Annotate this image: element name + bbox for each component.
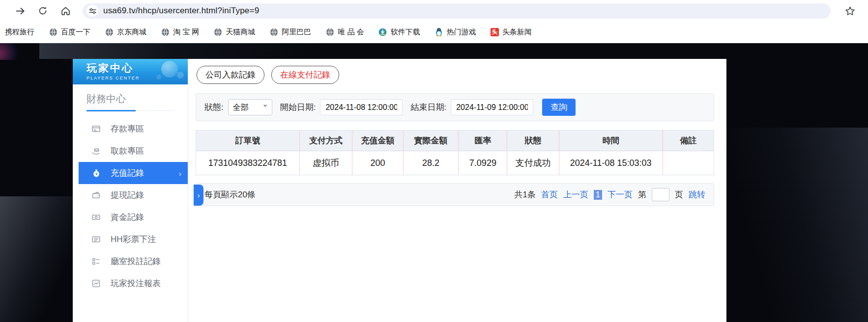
forward-icon[interactable] — [14, 4, 27, 17]
penguin-icon — [434, 27, 443, 36]
globe-icon — [49, 27, 58, 36]
cell-note — [663, 151, 714, 175]
sidebar-item-label: 廳室投註記錄 — [111, 256, 161, 267]
sidebar-expand-handle[interactable]: › — [194, 185, 203, 206]
address-bar[interactable]: usa69.tv/hhcp/usercenter.html?iniType=9 — [83, 3, 831, 19]
bookmark-star-icon[interactable] — [843, 4, 856, 17]
jump-button[interactable]: 跳转 — [689, 189, 705, 200]
status-label: 狀態: — [204, 102, 224, 113]
chart-report-icon — [91, 279, 101, 288]
cell-pay-method: 虚拟币 — [299, 151, 352, 175]
bookmark-jd[interactable]: 京东商城 — [105, 27, 146, 37]
sidebar-item-hh-lottery-bets[interactable]: HH彩票下注 — [73, 228, 188, 250]
browser-toolbar: usa69.tv/hhcp/usercenter.html?iniType=9 — [0, 0, 868, 22]
bookmark-vip[interactable]: 唯 品 会 — [325, 27, 364, 37]
site-content-panel: 玩家中心 PLAYERS CENTER 財務中心 存款專區 取款專區 ¥ 充值記… — [73, 59, 726, 322]
bookmark-label: 软件下载 — [391, 27, 420, 37]
globe-icon — [213, 27, 222, 36]
globe-icon — [269, 27, 278, 36]
next-page-link[interactable]: 下一页 — [608, 189, 633, 200]
ticket-list-icon — [91, 235, 101, 244]
header-actual-amount: 實際金額 — [403, 131, 459, 151]
sidebar-item-label: 玩家投注報表 — [111, 278, 161, 289]
jump-page-input[interactable] — [652, 188, 669, 201]
bookmarks-bar: 携程旅行 百度一下 京东商城 淘 宝 网 天猫商城 阿里巴巴 唯 品 会 软件 — [0, 22, 868, 42]
sidebar: 玩家中心 PLAYERS CENTER 財務中心 存款專區 取款專區 ¥ 充值記… — [73, 59, 188, 322]
toutiao-icon: 头 — [491, 28, 499, 36]
sidebar-item-label: 資金記錄 — [111, 212, 144, 223]
bookmark-toutiao[interactable]: 头 头条新闻 — [491, 27, 532, 37]
globe-icon — [325, 27, 334, 36]
bookmark-label: 热门游戏 — [447, 27, 476, 37]
money-bag-icon: ¥ — [91, 168, 101, 178]
start-date-label: 開始日期: — [280, 102, 316, 113]
bookmark-label: 天猫商城 — [226, 27, 255, 37]
bookmark-label: 淘 宝 网 — [173, 27, 199, 37]
bookmark-tmall[interactable]: 天猫商城 — [213, 27, 255, 37]
search-button[interactable]: 查詢 — [542, 99, 576, 116]
status-select[interactable]: 全部 — [228, 99, 272, 115]
sidebar-item-label: 取款專區 — [111, 145, 144, 157]
header-time: 時間 — [559, 131, 663, 151]
bookmark-xiecheng[interactable]: 携程旅行 — [5, 27, 34, 37]
record-tabs: 公司入款記錄 在線支付記錄 — [197, 66, 714, 84]
filter-bar: 狀態: 全部 開始日期: 結束日期: 查詢 — [196, 93, 714, 121]
pagination-controls: 共1条 首页 上一页 1 下一页 第 页 跳转 — [515, 188, 705, 201]
current-page-indicator: 1 — [594, 190, 602, 200]
first-page-link[interactable]: 首页 — [541, 189, 558, 200]
status-select-wrap: 全部 — [228, 99, 272, 115]
software-download-icon — [378, 27, 387, 36]
header-status: 狀態 — [507, 131, 559, 151]
home-icon[interactable] — [59, 4, 72, 17]
sidebar-item-withdraw-zone[interactable]: 取款專區 — [73, 140, 188, 162]
header-note: 備註 — [663, 131, 714, 151]
bookmark-taobao[interactable]: 淘 宝 网 — [161, 27, 199, 37]
bookmark-alibaba[interactable]: 阿里巴巴 — [269, 27, 311, 37]
tab-online-payment-records[interactable]: 在線支付記錄 — [271, 66, 339, 84]
sidebar-item-recharge-records[interactable]: ¥ 充值記錄 › — [79, 162, 188, 184]
jump-suffix-label: 页 — [675, 189, 683, 200]
table-row: 1731049383224781 虚拟币 200 28.2 7.0929 支付成… — [196, 151, 714, 175]
url-text[interactable]: usa69.tv/hhcp/usercenter.html?iniType=9 — [103, 6, 259, 16]
reload-icon[interactable] — [36, 4, 49, 17]
finance-center-heading: 財務中心 — [87, 92, 174, 111]
bookmark-label: 阿里巴巴 — [282, 27, 311, 37]
cell-status: 支付成功 — [507, 151, 559, 175]
sidebar-item-label: 充值記錄 — [111, 167, 144, 179]
bookmark-baidu[interactable]: 百度一下 — [49, 27, 90, 37]
browser-chrome: usa69.tv/hhcp/usercenter.html?iniType=9 … — [0, 0, 868, 43]
pagination-bar: 每頁顯示20條 共1条 首页 上一页 1 下一页 第 页 跳转 — [196, 183, 714, 206]
jump-prefix-label: 第 — [638, 189, 646, 200]
header-pay-method: 支付方式 — [299, 131, 352, 151]
sidebar-item-hall-bet-records[interactable]: 廳室投註記錄 — [73, 250, 188, 272]
end-date-input[interactable] — [451, 99, 533, 115]
bookmark-label: 头条新闻 — [502, 27, 532, 37]
site-settings-icon[interactable] — [87, 5, 98, 17]
bookmark-software[interactable]: 软件下载 — [378, 27, 420, 37]
backdrop-streak-right — [723, 128, 868, 322]
header-recharge-amount: 充值金額 — [352, 131, 403, 151]
records-table: 訂單號 支付方式 充值金額 實際金額 匯率 狀態 時間 備註 173104938… — [196, 130, 714, 175]
tab-company-deposit-records[interactable]: 公司入款記錄 — [197, 66, 264, 84]
globe-icon — [161, 27, 170, 36]
sidebar-item-label: 存款專區 — [111, 123, 144, 134]
sidebar-item-funds-records[interactable]: 資金記錄 — [73, 206, 188, 228]
sidebar-item-deposit-zone[interactable]: 存款專區 — [73, 118, 188, 140]
hand-coin-icon — [91, 146, 101, 156]
prev-page-link[interactable]: 上一页 — [563, 189, 588, 200]
deposit-icon — [91, 124, 101, 134]
chevron-right-icon: › — [179, 169, 181, 177]
sidebar-menu: 存款專區 取款專區 ¥ 充值記錄 › 提現記錄 資金記錄 HH彩票下注 — [73, 118, 188, 295]
banknote-icon — [91, 213, 101, 222]
sidebar-item-withdrawal-records[interactable]: 提現記錄 — [73, 184, 188, 206]
page-size-text: 每頁顯示20條 — [204, 189, 256, 200]
sidebar-item-label: 提現記錄 — [111, 189, 144, 201]
start-date-input[interactable] — [320, 99, 403, 115]
bookmark-games[interactable]: 热门游戏 — [434, 27, 476, 37]
wallet-icon — [91, 190, 101, 200]
bookmark-label: 京东商城 — [117, 27, 146, 37]
cell-actual-amount: 28.2 — [403, 151, 459, 175]
sidebar-item-player-bet-report[interactable]: 玩家投注報表 — [73, 272, 188, 295]
cell-exchange-rate: 7.0929 — [459, 151, 507, 175]
bookmark-label: 携程旅行 — [5, 27, 34, 37]
